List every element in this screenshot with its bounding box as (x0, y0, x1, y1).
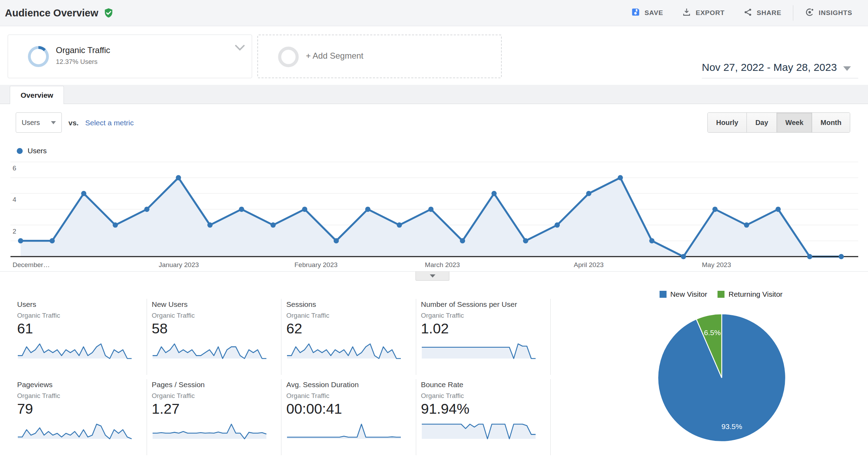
granularity-month[interactable]: Month (812, 113, 850, 132)
audience-overview-page: Audience Overview SAVE EXPORT SH (0, 0, 868, 465)
legend-label: Returning Visitor (728, 290, 782, 298)
granularity-hourly[interactable]: Hourly (708, 113, 747, 132)
segment-name: Organic Traffic (56, 45, 110, 55)
svg-text:4: 4 (13, 196, 16, 203)
date-caret-icon (843, 66, 851, 71)
save-button[interactable]: SAVE (621, 0, 673, 26)
export-label: EXPORT (696, 9, 724, 17)
add-segment-label: + Add Segment (306, 51, 363, 61)
legend-swatch-icon (718, 291, 724, 298)
header-toolbar: SAVE EXPORT SHARE INSIGHTS (621, 0, 868, 26)
users-series-label: Users (28, 147, 47, 155)
metric-sparkline (286, 421, 402, 440)
share-label: SHARE (757, 9, 781, 17)
page-title: Audience Overview (5, 7, 98, 19)
x-axis-tick: April 2023 (574, 261, 604, 269)
metric-card-bounce-rate[interactable]: Bounce RateOrganic Traffic91.94% (416, 379, 551, 455)
metric-title[interactable]: Sessions (286, 300, 412, 309)
visitor-type-pie-chart: 93.5%6.5% (656, 312, 787, 443)
metric-card-number-of-sessions-per-user[interactable]: Number of Sessions per UserOrganic Traff… (416, 299, 551, 375)
x-axis-tick: May 2023 (702, 261, 731, 269)
header-bar: Audience Overview SAVE EXPORT SH (0, 0, 868, 26)
metric-title[interactable]: Avg. Session Duration (286, 381, 412, 389)
metric-value: 58 (152, 320, 278, 337)
x-axis-tick: March 2023 (425, 261, 460, 269)
metric-dropdown-label: Users (22, 119, 40, 127)
date-range-text: Nov 27, 2022 - May 28, 2023 (702, 61, 837, 73)
metric-title[interactable]: Users (17, 300, 143, 309)
chevron-down-icon[interactable] (235, 45, 245, 52)
metric-card-avg-session-duration[interactable]: Avg. Session DurationOrganic Traffic00:0… (281, 379, 416, 455)
users-line-chart: 642 (0, 156, 868, 261)
segment-bar: Organic Traffic 12.37% Users + Add Segme… (0, 27, 868, 85)
insights-icon (805, 7, 815, 19)
segment-detail: 12.37% Users (56, 58, 97, 66)
svg-text:6: 6 (13, 164, 16, 172)
metric-segment-subtitle: Organic Traffic (286, 392, 412, 400)
metric-title[interactable]: Pages / Session (152, 381, 278, 389)
save-icon (631, 7, 640, 19)
collapse-chart-button[interactable] (415, 272, 449, 281)
add-segment-ring-icon (277, 46, 300, 69)
export-button[interactable]: EXPORT (672, 0, 734, 26)
metric-title[interactable]: Pageviews (17, 381, 143, 389)
granularity-day[interactable]: Day (747, 113, 777, 132)
metric-card-sessions[interactable]: SessionsOrganic Traffic62 (281, 299, 416, 375)
share-icon (743, 8, 752, 19)
metric-sparkline (421, 421, 536, 440)
metric-sparkline (286, 341, 402, 360)
toolbar-divider (793, 5, 793, 21)
legend-label: New Visitor (670, 290, 707, 298)
metric-value: 00:00:41 (286, 401, 412, 417)
metric-card-pages-session[interactable]: Pages / SessionOrganic Traffic1.27 (147, 379, 282, 455)
granularity-week[interactable]: Week (777, 113, 812, 132)
svg-text:6.5%: 6.5% (704, 329, 721, 337)
metric-cards-grid: UsersOrganic Traffic61New UsersOrganic T… (12, 299, 551, 455)
verified-shield-icon (103, 7, 114, 19)
tab-overview[interactable]: Overview (10, 86, 64, 104)
date-range-picker[interactable]: Nov 27, 2022 - May 28, 2023 (702, 61, 858, 79)
metric-card-new-users[interactable]: New UsersOrganic Traffic58 (147, 299, 282, 375)
chart-legend: Users (17, 147, 47, 155)
metric-segment-subtitle: Organic Traffic (17, 312, 143, 319)
metric-sparkline (152, 421, 267, 440)
metric-value: 79 (17, 401, 143, 417)
metric-dropdown[interactable]: Users (16, 112, 62, 133)
insights-button[interactable]: INSIGHTS (795, 0, 862, 26)
metric-segment-subtitle: Organic Traffic (152, 312, 278, 319)
insights-label: INSIGHTS (819, 9, 852, 17)
users-series-dot-icon (17, 148, 23, 154)
select-metric-link[interactable]: Select a metric (85, 119, 134, 127)
metric-value: 61 (17, 320, 143, 337)
metric-title[interactable]: New Users (152, 300, 278, 309)
metric-title[interactable]: Bounce Rate (421, 381, 547, 389)
granularity-toggle: HourlyDayWeekMonth (707, 112, 850, 133)
applied-segment-card[interactable]: Organic Traffic 12.37% Users (8, 35, 252, 78)
save-label: SAVE (645, 9, 663, 17)
x-axis-tick: December… (13, 261, 50, 269)
add-segment-card[interactable]: + Add Segment (257, 35, 502, 78)
metric-sparkline (17, 341, 132, 360)
dropdown-arrow-icon (51, 121, 56, 124)
share-button[interactable]: SHARE (734, 0, 791, 26)
metric-title[interactable]: Number of Sessions per User (421, 300, 547, 309)
legend-item-returning-visitor: Returning Visitor (718, 290, 782, 298)
metric-segment-subtitle: Organic Traffic (286, 312, 412, 319)
metric-segment-subtitle: Organic Traffic (421, 312, 547, 319)
metric-value: 62 (286, 320, 412, 337)
export-icon (682, 7, 691, 19)
metric-card-pageviews[interactable]: PageviewsOrganic Traffic79 (12, 379, 147, 455)
x-axis-tick: January 2023 (159, 261, 199, 269)
metric-card-users[interactable]: UsersOrganic Traffic61 (12, 299, 147, 375)
pie-legend: New VisitorReturning Visitor (639, 290, 803, 298)
vs-label: vs. (68, 119, 79, 127)
collapse-arrow-icon (430, 274, 435, 278)
segment-donut-icon (27, 45, 50, 69)
metric-segment-subtitle: Organic Traffic (152, 392, 278, 400)
metric-segment-subtitle: Organic Traffic (17, 392, 143, 400)
metric-value: 91.94% (421, 401, 547, 417)
metric-value: 1.27 (152, 401, 278, 417)
x-axis-tick: February 2023 (294, 261, 338, 269)
chart-x-axis-labels: December…January 2023February 2023March … (0, 261, 868, 271)
legend-item-new-visitor: New Visitor (660, 290, 707, 298)
